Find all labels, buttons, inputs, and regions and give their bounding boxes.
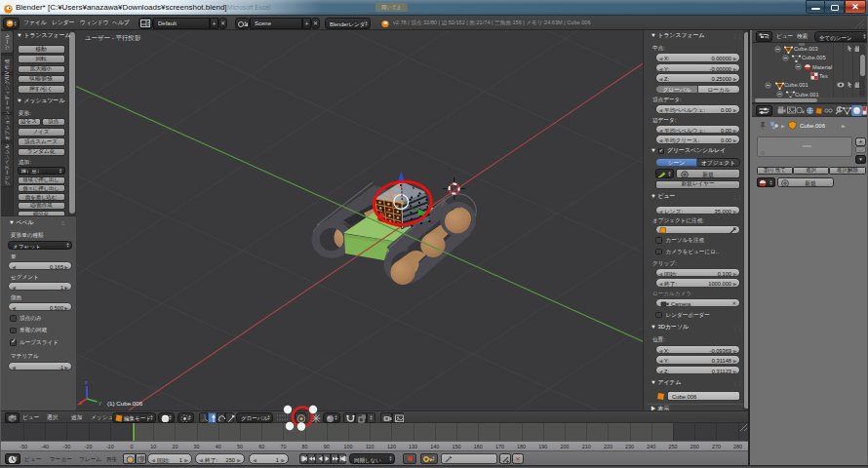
svg-text:y: y <box>99 400 101 406</box>
svg-text:z: z <box>85 379 88 385</box>
